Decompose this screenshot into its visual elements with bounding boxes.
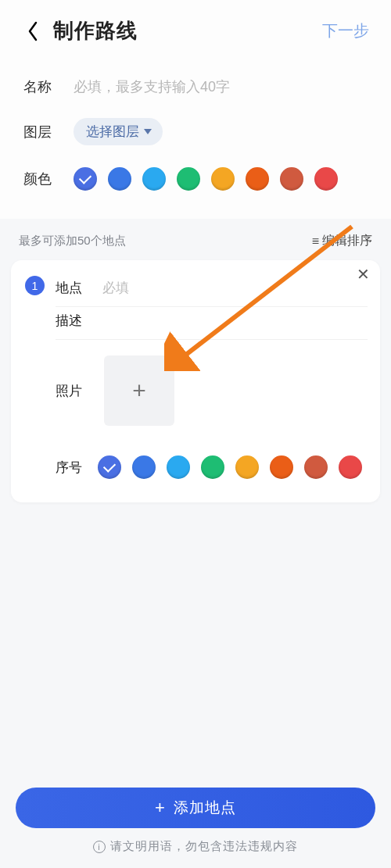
layer-row: 图层 选择图层 — [23, 107, 368, 156]
color-swatch[interactable] — [235, 455, 259, 479]
plus-icon: + — [155, 798, 166, 818]
chevron-down-icon — [144, 129, 152, 134]
color-swatch[interactable] — [74, 167, 97, 191]
next-step-button[interactable]: 下一步 — [322, 20, 369, 41]
color-swatch[interactable] — [132, 455, 156, 479]
max-points-note: 最多可添加50个地点 — [19, 234, 126, 248]
description-label: 描述 — [56, 312, 88, 330]
color-swatch[interactable] — [177, 167, 200, 191]
description-input[interactable] — [102, 313, 368, 329]
info-icon: i — [93, 841, 106, 853]
layer-select[interactable]: 选择图层 — [74, 118, 163, 145]
photo-row: 照片 + — [56, 340, 368, 438]
route-form: 名称 图层 选择图层 颜色 — [0, 59, 391, 219]
warning-label: 请文明用语，勿包含违法违规内容 — [110, 839, 298, 852]
sequence-color-swatches — [98, 455, 362, 479]
color-swatch[interactable] — [270, 455, 293, 479]
bottom-area: + 添加地点 i请文明用语，勿包含违法违规内容 — [0, 788, 391, 854]
name-input[interactable] — [74, 79, 368, 95]
sequence-row: 序号 — [56, 438, 368, 479]
color-swatch[interactable] — [167, 455, 190, 479]
edit-sort-label: 编辑排序 — [322, 233, 372, 249]
name-label: 名称 — [23, 77, 59, 96]
sort-icon: ≡ — [312, 234, 319, 248]
color-swatch[interactable] — [201, 455, 224, 479]
description-row: 描述 — [56, 307, 368, 340]
add-photo-button[interactable]: + — [104, 355, 174, 426]
top-left: 制作路线 — [22, 17, 138, 45]
color-swatch[interactable] — [211, 167, 235, 191]
color-swatch[interactable] — [108, 167, 131, 191]
color-swatch[interactable] — [304, 455, 328, 479]
color-swatch[interactable] — [142, 167, 166, 191]
close-point-button[interactable]: ✕ — [353, 265, 372, 284]
layer-select-text: 选择图层 — [86, 123, 139, 141]
sequence-label: 序号 — [56, 459, 88, 477]
color-row: 颜色 — [23, 156, 368, 202]
name-row: 名称 — [23, 66, 368, 107]
color-swatch[interactable] — [314, 167, 338, 191]
add-point-label: 添加地点 — [174, 798, 236, 818]
color-label: 颜色 — [23, 170, 59, 188]
location-row: 地点 — [56, 274, 368, 307]
photo-label: 照片 — [56, 382, 88, 400]
color-swatches — [74, 167, 338, 191]
color-swatch[interactable] — [246, 167, 269, 191]
warning-text: i请文明用语，勿包含违法违规内容 — [16, 839, 375, 854]
page-title: 制作路线 — [53, 17, 138, 45]
color-swatch[interactable] — [98, 455, 121, 479]
add-point-button[interactable]: + 添加地点 — [16, 788, 375, 828]
point-index-badge: 1 — [25, 276, 45, 295]
back-button[interactable] — [22, 20, 44, 42]
points-header: 最多可添加50个地点 ≡ 编辑排序 — [0, 219, 391, 255]
top-bar: 制作路线 下一步 — [0, 0, 391, 59]
color-swatch[interactable] — [339, 455, 362, 479]
edit-sort-button[interactable]: ≡ 编辑排序 — [312, 233, 372, 249]
point-card: ✕ 1 地点 描述 照片 + 序号 — [11, 260, 380, 502]
location-input[interactable] — [102, 280, 368, 296]
layer-label: 图层 — [23, 123, 59, 141]
plus-icon: + — [132, 377, 146, 404]
location-label: 地点 — [56, 279, 88, 297]
color-swatch[interactable] — [280, 167, 303, 191]
